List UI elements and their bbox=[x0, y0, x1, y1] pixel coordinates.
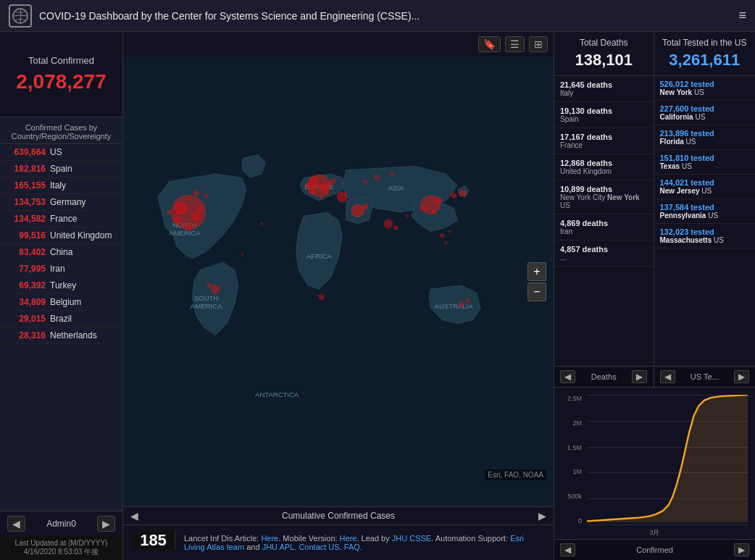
deaths-location: Italy bbox=[560, 89, 648, 97]
tested-count[interactable]: 151,810 tested bbox=[660, 154, 750, 162]
map-area[interactable]: NORTH AMERICA SOUTH AMERICA EUROPE AFRIC… bbox=[123, 57, 554, 506]
country-name: China bbox=[50, 247, 72, 257]
deaths-header-label: Total Deaths bbox=[562, 38, 646, 48]
deaths-list-item: 4,869 deathsIran bbox=[554, 214, 654, 241]
contact-link[interactable]: Contact US bbox=[299, 543, 339, 551]
deaths-list-item: 10,899 deathsNew York City New York US bbox=[554, 180, 654, 214]
deaths-prev-btn[interactable]: ◀ bbox=[560, 370, 575, 383]
tested-count[interactable]: 132,023 tested bbox=[660, 227, 750, 236]
menu-icon[interactable]: ≡ bbox=[738, 8, 746, 23]
tested-header-label: Total Tested in the US bbox=[662, 38, 748, 48]
country-item[interactable]: 28,316Netherlands bbox=[0, 327, 122, 344]
country-item[interactable]: 182,816Spain bbox=[0, 161, 122, 177]
y-axis-label: 0 bbox=[578, 517, 582, 525]
country-item[interactable]: 83,402China bbox=[0, 244, 122, 261]
grid-line bbox=[587, 525, 748, 525]
svg-text:SOUTH: SOUTH bbox=[194, 294, 218, 302]
map-prev-btn[interactable]: ◀ bbox=[130, 510, 138, 522]
here2-link[interactable]: Here bbox=[340, 534, 357, 543]
tested-count[interactable]: 227,600 tested bbox=[660, 104, 750, 113]
zoom-in-btn[interactable]: + bbox=[527, 262, 546, 281]
tested-count[interactable]: 144,021 tested bbox=[660, 178, 750, 187]
tested-location: Pennsylvania US bbox=[660, 212, 750, 220]
tested-count[interactable]: 137,584 tested bbox=[660, 203, 750, 212]
deaths-location: New York City New York US bbox=[560, 193, 648, 209]
country-item[interactable]: 639,664US bbox=[0, 144, 122, 161]
country-item[interactable]: 99,516United Kingdom bbox=[0, 227, 122, 244]
map-toolbar: 🔖 ☰ ⊞ bbox=[123, 32, 554, 57]
tested-count[interactable]: 526,012 tested bbox=[660, 80, 750, 88]
tested-count[interactable]: 213,896 tested bbox=[660, 129, 750, 138]
deaths-count: 19,130 deaths bbox=[560, 106, 648, 115]
country-count: 77,995 bbox=[6, 264, 46, 274]
world-map: NORTH AMERICA SOUTH AMERICA EUROPE AFRIC… bbox=[123, 57, 554, 506]
svg-text:AMERICA: AMERICA bbox=[169, 229, 201, 237]
country-list-header: Confirmed Cases by Country/Region/Sovere… bbox=[0, 117, 122, 144]
sidebar-next-btn[interactable]: ▶ bbox=[97, 516, 115, 532]
deaths-count: 17,167 deaths bbox=[560, 133, 648, 141]
tested-next-btn[interactable]: ▶ bbox=[734, 370, 749, 383]
svg-point-20 bbox=[320, 183, 330, 193]
list-view-btn[interactable]: ☰ bbox=[505, 36, 525, 52]
last-updated: Last Updated at (M/D/YYYY) 4/16/2020 8:5… bbox=[0, 536, 122, 560]
tested-list-item: 227,600 testedCalifornia US bbox=[654, 101, 756, 125]
country-item[interactable]: 134,582France bbox=[0, 211, 122, 227]
country-name: Italy bbox=[50, 180, 66, 191]
y-axis-label: 500k bbox=[567, 493, 582, 500]
svg-marker-56 bbox=[587, 395, 748, 522]
country-count: 29,015 bbox=[6, 314, 46, 324]
deaths-list-item: 19,130 deathsSpain bbox=[554, 102, 654, 128]
chart-area: 2.5M2M1.5M1M500k0 3月 ◀ Confirmed ▶ bbox=[554, 387, 755, 560]
country-name: France bbox=[50, 214, 77, 224]
faq-link[interactable]: FAQ bbox=[344, 543, 360, 551]
deaths-nav: ◀ Deaths ▶ bbox=[554, 366, 654, 387]
bottom-bar: 185 Lancet Inf Dis Article: Here. Mobile… bbox=[123, 525, 554, 560]
svg-point-41 bbox=[458, 301, 464, 307]
svg-point-46 bbox=[193, 190, 199, 196]
svg-point-17 bbox=[185, 225, 191, 230]
chart-svg bbox=[587, 395, 748, 522]
country-name: Brazil bbox=[50, 314, 72, 324]
deaths-list-item: 21,645 deathsItaly bbox=[554, 76, 654, 102]
tested-prev-btn[interactable]: ◀ bbox=[660, 370, 675, 383]
deaths-count: 10,899 deaths bbox=[560, 185, 648, 193]
country-count: 28,316 bbox=[6, 330, 46, 340]
chart-prev-btn[interactable]: ◀ bbox=[560, 543, 575, 556]
country-item[interactable]: 134,753Germany bbox=[0, 194, 122, 211]
country-item[interactable]: 34,809Belgium bbox=[0, 294, 122, 311]
country-count: 134,753 bbox=[6, 197, 46, 207]
bottom-text: Lancet Inf Dis Article: Here. Mobile Ver… bbox=[178, 531, 545, 554]
here1-link[interactable]: Here bbox=[261, 534, 278, 543]
total-confirmed-box: Total Confirmed 2,078,277 bbox=[0, 32, 122, 117]
bookmark-btn[interactable]: 🔖 bbox=[478, 36, 501, 52]
zoom-out-btn[interactable]: − bbox=[527, 283, 546, 301]
country-item[interactable]: 77,995Iran bbox=[0, 261, 122, 277]
esri-credit: Esri, FAO, NOAA bbox=[485, 469, 546, 480]
svg-point-34 bbox=[384, 220, 393, 229]
deaths-count: 4,857 deaths bbox=[560, 245, 648, 254]
jhu-apl-link[interactable]: JHU APL bbox=[262, 543, 295, 551]
map-next-btn[interactable]: ▶ bbox=[538, 510, 546, 522]
period3: . bbox=[360, 543, 362, 551]
country-item[interactable]: 69,392Turkey bbox=[0, 277, 122, 294]
bottom-number: 185 bbox=[132, 531, 175, 550]
country-item[interactable]: 29,015Brazil bbox=[0, 311, 122, 327]
sidebar-admin-label: Admin0 bbox=[46, 519, 76, 529]
deaths-next-btn[interactable]: ▶ bbox=[632, 370, 647, 383]
tested-location: Florida US bbox=[660, 138, 750, 146]
deaths-list-item: 4,857 deaths... bbox=[554, 241, 654, 267]
deaths-header-value: 138,101 bbox=[562, 51, 646, 70]
svg-point-12 bbox=[175, 202, 187, 214]
country-item[interactable]: 165,155Italy bbox=[0, 177, 122, 194]
chart-nav-label: Confirmed bbox=[636, 546, 673, 554]
sidebar-prev-btn[interactable]: ◀ bbox=[7, 516, 25, 532]
map-container: 🔖 ☰ ⊞ bbox=[123, 32, 554, 560]
jhu-csse-link[interactable]: JHU CSSE bbox=[392, 534, 431, 543]
article-text: Lancet Inf Dis Article: bbox=[184, 534, 261, 543]
grid-view-btn[interactable]: ⊞ bbox=[529, 36, 548, 52]
tested-nav-label: US Te... bbox=[691, 372, 719, 381]
tested-location: New Jersey US bbox=[660, 187, 750, 195]
country-name: Netherlands bbox=[50, 330, 97, 340]
chart-next-btn[interactable]: ▶ bbox=[734, 543, 749, 556]
svg-point-36 bbox=[211, 285, 220, 294]
